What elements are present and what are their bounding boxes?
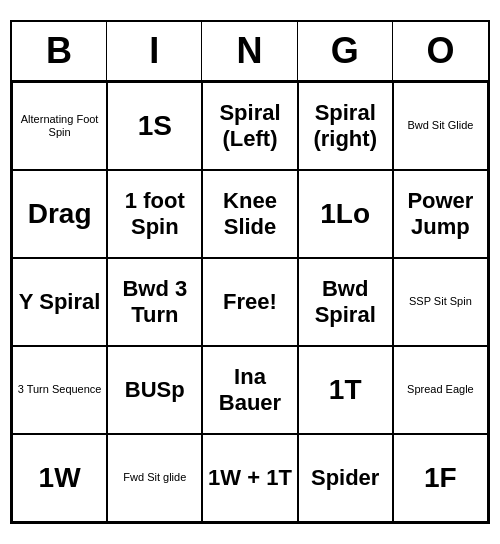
bingo-cell-3: Spiral (right) bbox=[298, 82, 393, 170]
bingo-cell-9: Power Jump bbox=[393, 170, 488, 258]
bingo-cell-16: BUSp bbox=[107, 346, 202, 434]
bingo-cell-20: 1W bbox=[12, 434, 107, 522]
bingo-cell-24: 1F bbox=[393, 434, 488, 522]
bingo-cell-0: Alternating Foot Spin bbox=[12, 82, 107, 170]
header-letter-n: N bbox=[202, 22, 297, 80]
bingo-cell-5: Drag bbox=[12, 170, 107, 258]
header-letter-g: G bbox=[298, 22, 393, 80]
bingo-cell-18: 1T bbox=[298, 346, 393, 434]
bingo-cell-10: Y Spiral bbox=[12, 258, 107, 346]
header-letter-o: O bbox=[393, 22, 488, 80]
bingo-cell-19: Spread Eagle bbox=[393, 346, 488, 434]
bingo-cell-6: 1 foot Spin bbox=[107, 170, 202, 258]
bingo-cell-7: Knee Slide bbox=[202, 170, 297, 258]
bingo-cell-11: Bwd 3 Turn bbox=[107, 258, 202, 346]
bingo-cell-17: Ina Bauer bbox=[202, 346, 297, 434]
bingo-card: BINGO Alternating Foot Spin1SSpiral (Lef… bbox=[10, 20, 490, 524]
bingo-cell-4: Bwd Sit Glide bbox=[393, 82, 488, 170]
bingo-grid: Alternating Foot Spin1SSpiral (Left)Spir… bbox=[12, 82, 488, 522]
header-letter-b: B bbox=[12, 22, 107, 80]
bingo-cell-23: Spider bbox=[298, 434, 393, 522]
bingo-cell-2: Spiral (Left) bbox=[202, 82, 297, 170]
bingo-cell-13: Bwd Spiral bbox=[298, 258, 393, 346]
bingo-cell-21: Fwd Sit glide bbox=[107, 434, 202, 522]
bingo-cell-22: 1W + 1T bbox=[202, 434, 297, 522]
header-letter-i: I bbox=[107, 22, 202, 80]
bingo-cell-14: SSP Sit Spin bbox=[393, 258, 488, 346]
bingo-cell-1: 1S bbox=[107, 82, 202, 170]
bingo-cell-12: Free! bbox=[202, 258, 297, 346]
bingo-cell-8: 1Lo bbox=[298, 170, 393, 258]
bingo-header: BINGO bbox=[12, 22, 488, 82]
bingo-cell-15: 3 Turn Sequence bbox=[12, 346, 107, 434]
